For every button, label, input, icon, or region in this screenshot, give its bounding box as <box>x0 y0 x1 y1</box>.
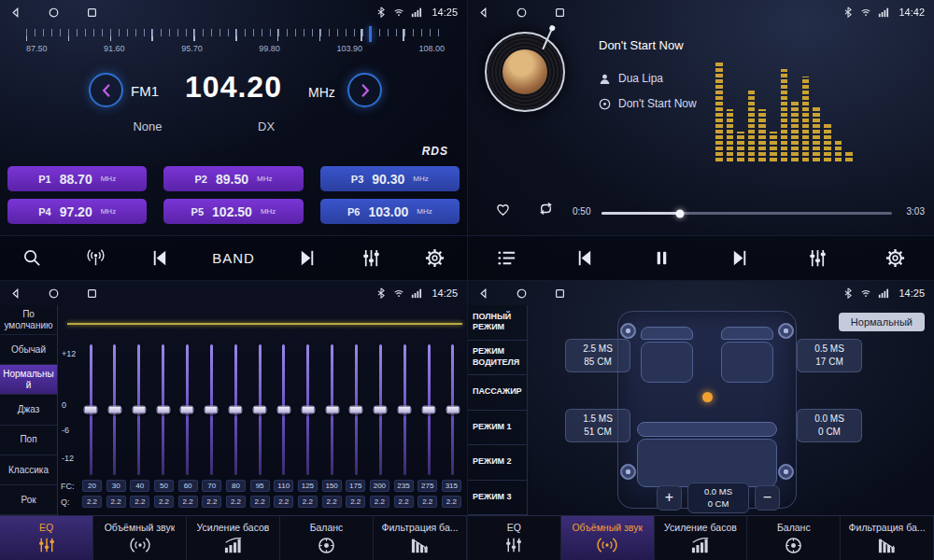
home-icon[interactable] <box>48 287 60 300</box>
surround-mode-item[interactable]: РЕЖИМ 2 <box>468 445 527 481</box>
eq-band-slider[interactable] <box>82 344 99 475</box>
eq-band-slider[interactable] <box>347 344 364 475</box>
eq-preset-item[interactable]: Поп <box>0 426 57 455</box>
tune-up-button[interactable] <box>347 73 382 107</box>
back-icon[interactable] <box>477 7 489 19</box>
preset-button[interactable]: P497.20MHz <box>7 199 147 224</box>
next-icon[interactable] <box>729 247 751 269</box>
eq-preset-item[interactable]: Джаз <box>0 395 57 425</box>
eq-slider-handle[interactable] <box>446 406 460 414</box>
tab-eq[interactable]: EQ <box>0 516 93 560</box>
surround-mode-item[interactable]: РЕЖИМ 3 <box>468 481 527 516</box>
eq-slider-handle[interactable] <box>205 406 219 414</box>
settings-gear-icon[interactable] <box>884 247 906 269</box>
recents-icon[interactable] <box>86 7 98 19</box>
home-icon[interactable] <box>516 287 528 300</box>
eq-preset-item[interactable]: По умолчанию <box>0 305 57 335</box>
eq-slider-handle[interactable] <box>325 406 339 414</box>
sound-profile-button[interactable]: Нормальный <box>839 313 925 331</box>
tab-filter[interactable]: Фильтрация ба... <box>374 516 467 560</box>
eq-band-slider[interactable] <box>396 344 413 475</box>
eq-slider-handle[interactable] <box>349 406 363 414</box>
eq-band-slider[interactable] <box>324 344 341 475</box>
progress-bar[interactable] <box>601 212 892 215</box>
eq-band-slider[interactable] <box>203 344 219 475</box>
eq-slider-handle[interactable] <box>180 406 194 414</box>
recents-icon[interactable] <box>86 287 98 300</box>
eq-band-slider[interactable] <box>445 344 461 475</box>
eq-band-slider[interactable] <box>420 344 437 475</box>
eq-band-slider[interactable] <box>300 344 317 475</box>
eq-slider-handle[interactable] <box>107 406 121 414</box>
progress-knob[interactable] <box>675 209 684 217</box>
eq-slider-handle[interactable] <box>398 406 412 414</box>
speaker-rear-left[interactable] <box>620 464 636 480</box>
recents-icon[interactable] <box>554 7 566 19</box>
home-icon[interactable] <box>48 7 60 19</box>
tab-balance[interactable]: Баланс <box>747 516 841 560</box>
eq-preset-item[interactable]: Нормальный <box>0 365 57 395</box>
tab-eq[interactable]: EQ <box>468 516 561 560</box>
search-icon[interactable] <box>21 247 43 269</box>
preset-button[interactable]: P289.50MHz <box>163 166 303 191</box>
previous-icon[interactable] <box>149 247 170 269</box>
delay-increase-button[interactable]: + <box>657 485 682 511</box>
repeat-button[interactable] <box>537 200 555 217</box>
recents-icon[interactable] <box>554 287 566 300</box>
settings-gear-icon[interactable] <box>424 247 446 269</box>
pause-icon[interactable] <box>651 247 672 269</box>
eq-slider-handle[interactable] <box>156 406 170 414</box>
eq-preset-item[interactable]: Рок <box>0 485 57 515</box>
eq-band-slider[interactable] <box>227 344 244 475</box>
preset-button[interactable]: P188.70MHz <box>7 166 147 191</box>
eq-band-slider[interactable] <box>251 344 268 475</box>
eq-slider-handle[interactable] <box>84 406 98 414</box>
eq-band-slider[interactable] <box>276 344 292 475</box>
tab-bass[interactable]: Усиление басов <box>187 516 280 560</box>
listening-position-dot[interactable] <box>702 392 713 402</box>
back-icon[interactable] <box>9 7 21 19</box>
tab-surround[interactable]: Объёмный звук <box>561 516 655 560</box>
next-icon[interactable] <box>297 247 318 269</box>
preset-button[interactable]: P5102.50MHz <box>163 199 303 224</box>
back-icon[interactable] <box>477 287 489 300</box>
tune-down-button[interactable] <box>89 73 123 107</box>
eq-slider-handle[interactable] <box>422 406 436 414</box>
surround-mode-item[interactable]: ПАССАЖИР <box>468 375 527 411</box>
tab-surround[interactable]: Объёмный звук <box>93 516 187 560</box>
delay-decrease-button[interactable]: − <box>755 485 780 511</box>
band-button[interactable]: BAND <box>212 250 255 266</box>
playlist-icon[interactable] <box>496 247 517 269</box>
eq-slider-handle[interactable] <box>253 406 267 414</box>
eq-slider-handle[interactable] <box>301 406 315 414</box>
surround-mode-item[interactable]: ПОЛНЫЙ РЕЖИМ <box>468 305 527 341</box>
eq-band-slider[interactable] <box>106 344 123 475</box>
surround-mode-item[interactable]: РЕЖИМ 1 <box>468 411 527 446</box>
eq-slider-handle[interactable] <box>229 406 243 414</box>
home-icon[interactable] <box>516 7 528 19</box>
radio-broadcast-icon[interactable] <box>85 247 106 269</box>
audio-settings-icon[interactable] <box>361 247 382 269</box>
eq-band-slider[interactable] <box>178 344 195 475</box>
back-icon[interactable] <box>9 287 21 300</box>
preset-button[interactable]: P6103.00MHz <box>320 199 460 224</box>
favorite-button[interactable] <box>494 200 512 217</box>
tab-balance[interactable]: Баланс <box>280 516 374 560</box>
speaker-front-right[interactable] <box>778 323 794 339</box>
previous-icon[interactable] <box>573 247 595 269</box>
eq-slider-handle[interactable] <box>132 406 146 414</box>
speaker-front-left[interactable] <box>620 323 636 339</box>
tab-filter[interactable]: Фильтрация ба... <box>841 516 934 560</box>
eq-preset-item[interactable]: Обычай <box>0 335 57 365</box>
surround-mode-item[interactable]: РЕЖИМ ВОДИТЕЛЯ <box>468 341 527 376</box>
audio-settings-icon[interactable] <box>807 247 828 269</box>
tab-bass[interactable]: Усиление басов <box>655 516 748 560</box>
preset-button[interactable]: P390.30MHz <box>320 166 460 191</box>
eq-slider-handle[interactable] <box>276 406 290 414</box>
eq-band-slider[interactable] <box>131 344 148 475</box>
eq-band-slider[interactable] <box>155 344 172 475</box>
eq-band-slider[interactable] <box>372 344 389 475</box>
speaker-rear-right[interactable] <box>778 464 794 480</box>
eq-preset-item[interactable]: Классика <box>0 455 57 485</box>
eq-slider-handle[interactable] <box>374 406 388 414</box>
